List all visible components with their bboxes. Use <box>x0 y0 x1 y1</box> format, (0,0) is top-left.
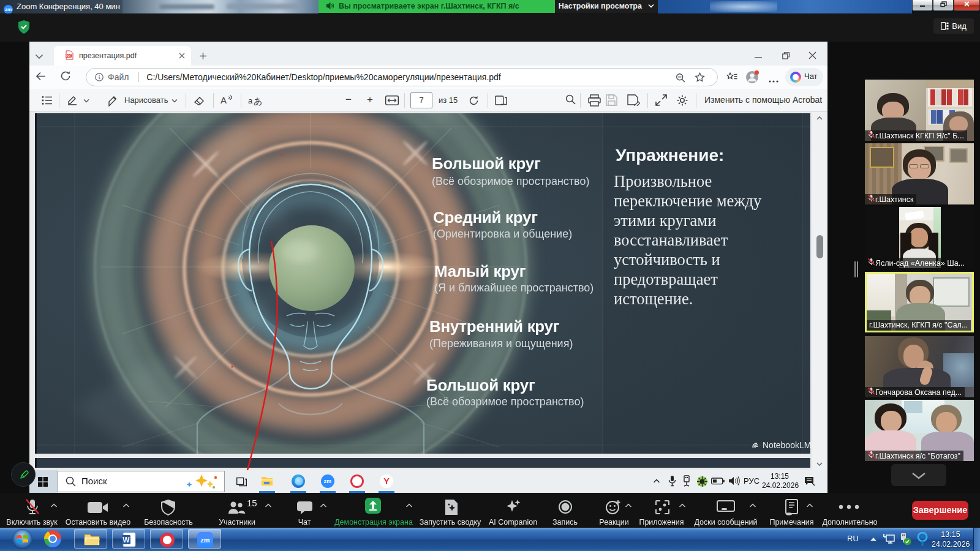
svg-text:W: W <box>123 536 130 544</box>
